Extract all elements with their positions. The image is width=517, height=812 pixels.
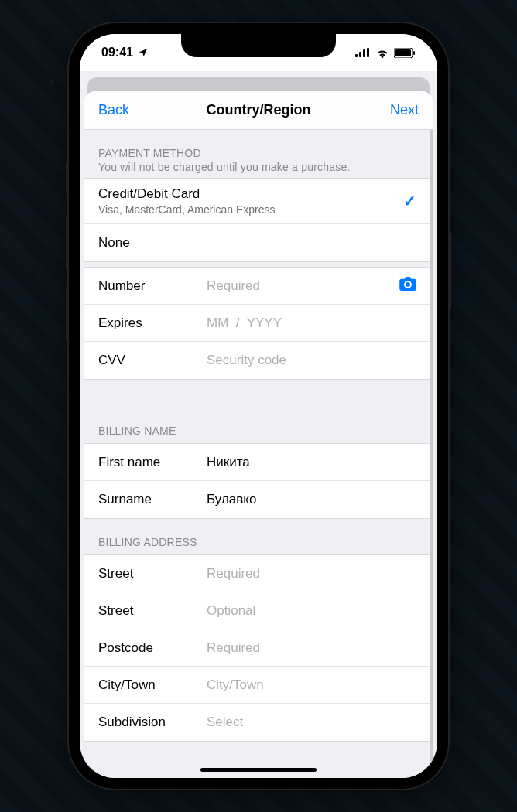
svg-rect-2 bbox=[363, 49, 365, 57]
first-name-label: First name bbox=[98, 455, 207, 470]
payment-option-credit[interactable]: Credit/Debit Card Visa, MasterCard, Amer… bbox=[84, 179, 430, 224]
card-expires-row[interactable]: Expires bbox=[84, 305, 430, 342]
card-number-label: Number bbox=[98, 278, 207, 294]
card-expires-input[interactable] bbox=[207, 316, 416, 331]
cellular-icon bbox=[355, 48, 371, 57]
city-label: City/Town bbox=[98, 677, 207, 693]
street2-label: Street bbox=[98, 603, 207, 619]
surname-row[interactable]: Surname bbox=[84, 481, 430, 518]
card-cvv-input[interactable] bbox=[207, 353, 416, 368]
postcode-input[interactable] bbox=[207, 640, 416, 656]
phone-power-button bbox=[448, 232, 451, 309]
subdivision-input[interactable] bbox=[207, 715, 416, 730]
back-button[interactable]: Back bbox=[98, 102, 145, 118]
card-cvv-label: CVV bbox=[98, 353, 207, 368]
billing-name-title: BILLING NAME bbox=[98, 425, 416, 437]
postcode-label: Postcode bbox=[98, 640, 207, 656]
payment-options-group: Credit/Debit Card Visa, MasterCard, Amer… bbox=[84, 178, 430, 262]
svg-rect-5 bbox=[395, 49, 411, 56]
spacer bbox=[84, 380, 430, 408]
billing-name-header: BILLING NAME bbox=[84, 408, 430, 443]
billing-address-title: BILLING ADDRESS bbox=[98, 536, 416, 548]
page-title: Country/Region bbox=[207, 102, 311, 118]
card-number-input[interactable] bbox=[207, 278, 399, 294]
first-name-row[interactable]: First name bbox=[84, 444, 430, 481]
svg-rect-1 bbox=[359, 52, 361, 57]
payment-option-none-title: None bbox=[98, 235, 130, 251]
location-icon bbox=[138, 47, 149, 58]
city-input[interactable] bbox=[207, 677, 416, 693]
payment-method-subtitle: You will not be charged until you make a… bbox=[98, 161, 416, 173]
checkmark-icon: ✓ bbox=[403, 192, 416, 210]
card-fields-group: Number Expires CVV bbox=[84, 267, 430, 380]
phone-volume-up bbox=[66, 217, 69, 271]
wifi-icon bbox=[375, 48, 389, 58]
billing-name-group: First name Surname bbox=[84, 443, 430, 519]
nav-header: Back Country/Region Next bbox=[84, 91, 433, 130]
camera-icon[interactable] bbox=[399, 277, 416, 295]
phone-volume-down bbox=[66, 286, 69, 340]
next-button[interactable]: Next bbox=[372, 102, 419, 118]
street2-input[interactable] bbox=[207, 603, 416, 619]
card-number-row[interactable]: Number bbox=[84, 268, 430, 305]
phone-frame: 09:41 Back Country/R bbox=[69, 23, 448, 789]
content-scroll[interactable]: PAYMENT METHOD You will not be charged u… bbox=[84, 130, 433, 778]
city-row[interactable]: City/Town bbox=[84, 667, 430, 704]
payment-option-credit-sub: Visa, MasterCard, American Express bbox=[98, 203, 276, 216]
svg-rect-3 bbox=[367, 48, 369, 57]
card-cvv-row[interactable]: CVV bbox=[84, 342, 430, 379]
street1-label: Street bbox=[98, 566, 207, 582]
notch bbox=[181, 34, 336, 57]
first-name-input[interactable] bbox=[207, 455, 416, 470]
billing-address-header: BILLING ADDRESS bbox=[84, 519, 430, 554]
subdivision-row[interactable]: Subdivision bbox=[84, 704, 430, 741]
svg-rect-6 bbox=[413, 51, 415, 55]
surname-input[interactable] bbox=[207, 492, 416, 507]
svg-rect-0 bbox=[355, 54, 358, 57]
home-indicator[interactable] bbox=[200, 768, 317, 772]
modal-sheet: Back Country/Region Next PAYMENT METHOD … bbox=[84, 91, 433, 778]
phone-mute-switch bbox=[66, 162, 69, 193]
payment-method-title: PAYMENT METHOD bbox=[98, 147, 416, 159]
payment-option-credit-title: Credit/Debit Card bbox=[98, 186, 200, 202]
payment-method-header: PAYMENT METHOD You will not be charged u… bbox=[84, 130, 430, 178]
street2-row[interactable]: Street bbox=[84, 592, 430, 629]
street1-row[interactable]: Street bbox=[84, 555, 430, 592]
screen: 09:41 Back Country/R bbox=[80, 34, 437, 778]
status-time: 09:41 bbox=[101, 46, 133, 60]
payment-option-none[interactable]: None bbox=[84, 224, 430, 261]
billing-address-group: Street Street Postcode City/Town bbox=[84, 554, 430, 742]
surname-label: Surname bbox=[98, 492, 207, 507]
battery-icon bbox=[394, 48, 416, 58]
subdivision-label: Subdivision bbox=[98, 715, 207, 730]
postcode-row[interactable]: Postcode bbox=[84, 629, 430, 667]
street1-input[interactable] bbox=[207, 566, 416, 582]
card-expires-label: Expires bbox=[98, 316, 207, 331]
